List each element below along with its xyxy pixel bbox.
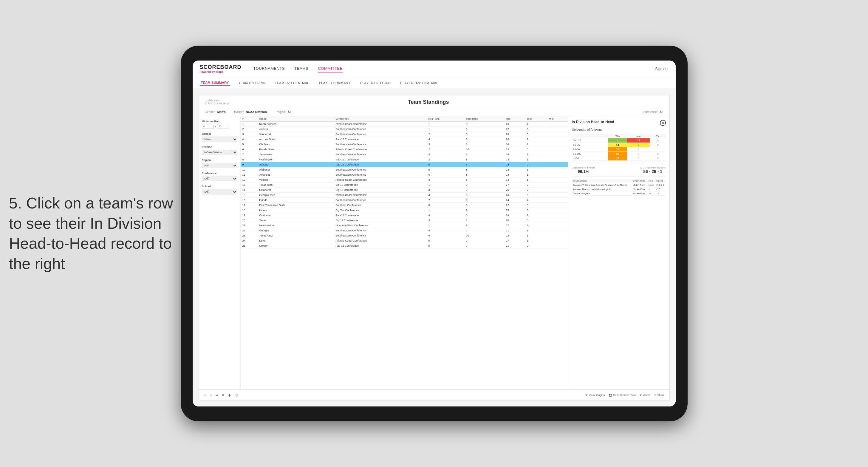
update-time-label: Update time: [205, 99, 229, 102]
divider [572, 164, 666, 164]
tourn-col-score: Score [655, 179, 665, 183]
undo-button[interactable]: ↩ [204, 394, 206, 397]
logo-area: SCOREBOARD Powered by clippd [200, 64, 242, 73]
school-select[interactable]: (All) [202, 189, 237, 194]
region-select[interactable]: N/A [202, 163, 237, 168]
min-rounds-input[interactable] [202, 124, 214, 129]
table-row[interactable]: 5 Ole Miss Southeastern Conference 3 6 1… [241, 142, 568, 147]
tourn-col-name: Tournament [572, 179, 632, 183]
table-row[interactable]: 11 Arkansas Southeastern Conference 6 8 … [241, 173, 568, 178]
col-conference: Conference [334, 116, 427, 122]
panel-header: Update time: 27/03/2024 16:56:26 Team St… [199, 95, 670, 108]
annotation-text: 5. Click on a team's row to see their In… [9, 193, 176, 274]
table-row[interactable]: 7 Tennessee Southeastern Conference 4 6 … [241, 152, 568, 157]
table-row[interactable]: 13 Texas Tech Big 12 Conference 1 9 27 2 [241, 183, 568, 188]
main-content: Update time: 27/03/2024 16:56:26 Team St… [193, 89, 676, 406]
right-panel-team-name: University of Arizona [572, 128, 666, 131]
nav-teams[interactable]: TEAMS [294, 65, 308, 72]
filter-division: Division: NCAA Division I [233, 110, 269, 114]
table-row[interactable]: 12 Virginia Atlantic Coast Conference 3 … [241, 178, 568, 183]
table-row[interactable]: 19 California Pac-12 Conference 4 8 24 2 [241, 213, 568, 218]
subnav-team-h2h-grid[interactable]: TEAM H2H GRID [237, 81, 267, 85]
bottom-toolbar: ↩ ↪ ⏮ ⚙ ➕ 🕐 👁 View: Original 💾 [199, 390, 670, 400]
logo-sub: Powered by clippd [200, 70, 242, 73]
table-row[interactable]: 9 Arizona Pac-12 Conference 5 8 23 2 [241, 162, 568, 167]
redo-button[interactable]: ↪ [210, 394, 212, 397]
wlt-col-tie: Tie [650, 134, 665, 138]
right-panel-header: In Division Head-to-Head ✕ [572, 120, 666, 126]
save-icon: 💾 [609, 394, 612, 397]
nav-tournaments[interactable]: TOURNAMENTS [253, 65, 285, 72]
annotation-body: Click on a team's row to see their In Di… [9, 194, 173, 272]
update-time-area: Update time: 27/03/2024 16:56:26 [205, 99, 229, 105]
wlt-col-win: Win [608, 134, 627, 138]
wlt-table: Win Loss Tie Top 10 3 13 0 11-25 11 8 0 … [572, 134, 666, 161]
filter-min-rounds: Minimum Rou... - [202, 120, 237, 129]
table-row[interactable]: 10 Alabama Southeastern Conference 5 8 2… [241, 167, 568, 173]
table-row[interactable]: 4 Arizona State Pac-12 Conference 4 6 26… [241, 137, 568, 142]
panel-title: Team Standings [229, 99, 627, 105]
subnav-player-summary[interactable]: PLAYER SUMMARY [318, 81, 352, 85]
clock-button[interactable]: 🕐 [235, 394, 238, 397]
table-row[interactable]: 14 Oklahoma Big 12 Conference 3 9 26 2 [241, 188, 568, 193]
opponents-stat: Opponents in division: 99.1% [572, 166, 595, 174]
table-row[interactable]: 22 Georgia Southeastern Conference 8 7 2… [241, 228, 568, 233]
content-panel: Update time: 27/03/2024 16:56:26 Team St… [198, 95, 670, 401]
step-back-button[interactable]: ⏮ [216, 394, 218, 397]
table-row[interactable]: 6 Florida State Atlantic Coast Conferenc… [241, 147, 568, 152]
division-select[interactable]: NCAA Division I [202, 150, 237, 155]
annotation-step: 5. [9, 194, 22, 212]
table-row[interactable]: 3 Vanderbilt Southeastern Conference 2 8… [241, 132, 568, 137]
record-stat: W-L-T record in-division: 86 - 26 - 1 [640, 166, 666, 174]
save-custom-button[interactable]: 💾 Save Custom View [609, 394, 636, 397]
sub-nav: TEAM SUMMARY TEAM H2H GRID TEAM H2H HEAT… [193, 77, 676, 89]
table-row[interactable]: 2 Auburn Southeastern Conference 1 9 27 … [241, 127, 568, 132]
subnav-player-h2h-grid[interactable]: PLAYER H2H GRID [359, 81, 392, 85]
watch-button[interactable]: 👁 Watch [639, 394, 650, 397]
table-row[interactable]: 17 East Tennessee State Southern Confere… [241, 203, 568, 208]
tablet-frame: SCOREBOARD Powered by clippd TOURNAMENTS… [181, 45, 688, 422]
wlt-row: 26-50 25 2 1 [572, 147, 666, 152]
standings-table: # School Conference Reg Rank Conf Rank R… [241, 116, 568, 248]
outer-wrapper: 5. Click on a team's row to see their In… [0, 0, 868, 467]
view-original-button[interactable]: 👁 View: Original [585, 394, 605, 397]
filter-gender-group: Gender Men's [202, 132, 237, 142]
table-row[interactable]: 21 New Mexico Mountain West Conference 1… [241, 223, 568, 228]
table-row[interactable]: 20 Texas Big 12 Conference 3 7 20 0 [241, 218, 568, 223]
table-row[interactable]: 1 North Carolina Atlantic Coast Conferen… [241, 122, 568, 127]
max-rounds-input[interactable] [217, 124, 229, 129]
min-rounds-range: - [202, 124, 237, 129]
conference-select[interactable]: (All) [202, 176, 237, 181]
stats-row: Opponents in division: 99.1% W-L-T recor… [572, 166, 666, 174]
table-row[interactable]: 8 Washington Pac-12 Conference 2 8 23 1 [241, 157, 568, 162]
nav-committee[interactable]: COMMITTEE [318, 65, 343, 72]
table-row[interactable]: 23 Texas A&M Southeastern Conference 9 1… [241, 233, 568, 238]
filter-conference: Conference: All [641, 110, 663, 114]
table-row[interactable]: 16 Florida Southeastern Conference 7 9 2… [241, 198, 568, 203]
close-button[interactable]: ✕ [660, 120, 666, 126]
tournament-row: Jackson T. Stephens Cup Men's Match-Play… [572, 183, 666, 187]
share-button[interactable]: ↗ Share [654, 394, 664, 397]
share-icon: ↗ [654, 394, 656, 397]
subnav-team-h2h-heatmap[interactable]: TEAM H2H HEATMAP [274, 81, 311, 85]
table-row[interactable]: 24 Duke Atlantic Coast Conference 5 9 27… [241, 238, 568, 243]
col-conf-rank: Conf Rank [464, 116, 504, 122]
sign-out-button[interactable]: Sign out [650, 67, 668, 71]
tablet-screen: SCOREBOARD Powered by clippd TOURNAMENTS… [193, 61, 676, 406]
content-body: Minimum Rou... - Gender Men's [199, 116, 670, 390]
gender-select[interactable]: Men's [202, 136, 237, 142]
right-panel: In Division Head-to-Head ✕ University of… [568, 116, 670, 390]
settings-button[interactable]: ⚙ [222, 394, 224, 397]
tournament-row: Arizona Thunderbirds Intercollegiate Str… [572, 187, 666, 191]
divider2 [572, 176, 666, 177]
table-row[interactable]: 25 Oregon Pac-12 Conference 5 7 21 0 [241, 243, 568, 248]
tournament-table: Tournament Event Type Pos Score Jackson … [572, 179, 666, 196]
add-button[interactable]: ➕ [228, 394, 231, 397]
table-row[interactable]: 18 Illinois Big Ten Conference 1 9 23 3 [241, 208, 568, 213]
table-row[interactable]: 15 Georgia Tech Atlantic Coast Conferenc… [241, 193, 568, 198]
col-rds: Rds [504, 116, 525, 122]
tournament-row: Cabo Collegiate Stroke Play 11 17 [572, 191, 666, 196]
tourn-col-type: Event Type [631, 179, 647, 183]
subnav-team-summary[interactable]: TEAM SUMMARY [200, 80, 230, 86]
subnav-player-h2h-heatmap[interactable]: PLAYER H2H HEATMAP [399, 81, 439, 85]
